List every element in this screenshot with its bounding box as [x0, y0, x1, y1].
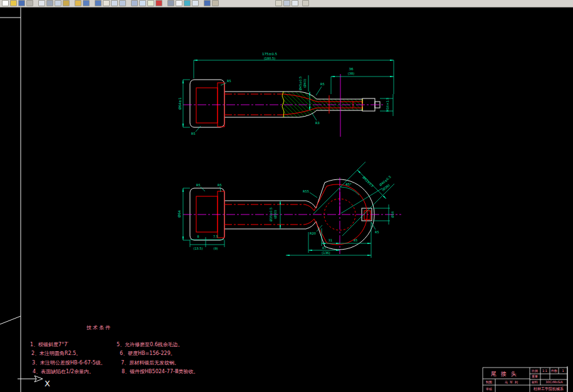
- copy-icon[interactable]: [55, 0, 61, 6]
- leader-r55: R55: [303, 189, 309, 193]
- dim-31: 31: [329, 238, 332, 242]
- redo-icon[interactable]: [95, 0, 102, 6]
- osnap-icon[interactable]: [275, 0, 282, 6]
- zoom-realtime-icon[interactable]: [111, 0, 118, 6]
- qty-label: 件数: [550, 369, 557, 373]
- dim-75: 7.5: [213, 235, 218, 238]
- dim-8-ref: (13.5): [193, 246, 202, 250]
- dim-47: 47: [322, 246, 326, 250]
- layers-icon[interactable]: [139, 0, 146, 6]
- note-7: 7、原材料锻后无发纹钢。: [121, 360, 179, 366]
- note-3: 3、未注明公差按HB-6-67-5级。: [32, 360, 106, 366]
- model-tab-icon[interactable]: [283, 0, 290, 6]
- dim-136: (136): [322, 251, 330, 255]
- color-control-icon[interactable]: [155, 0, 162, 6]
- zoom-previous-icon[interactable]: [131, 0, 138, 6]
- layer-properties-icon[interactable]: [147, 0, 154, 6]
- drawn-by: 马军利: [505, 380, 520, 384]
- table-icon[interactable]: [192, 0, 199, 6]
- cad-application-window: 175±0.5 (180.5) 36 (38) Ø64±1 Ø45±0.5 (Ø…: [0, 0, 573, 392]
- properties-icon[interactable]: [204, 0, 211, 6]
- ucs-icon: X: [18, 376, 50, 388]
- pan-icon[interactable]: [103, 0, 110, 6]
- dim-8: 8: [197, 235, 199, 238]
- ucs-x-axis-label: X: [45, 379, 50, 388]
- zoom-window-icon[interactable]: [119, 0, 126, 6]
- dim-angle-45: 45°: [345, 183, 352, 186]
- dim-36-ref: (38): [348, 72, 354, 75]
- help-icon[interactable]: [302, 0, 309, 6]
- leader-r3-neck: R3: [315, 121, 320, 125]
- note-2: 2、未注明圆角R2.5。: [31, 351, 81, 356]
- part-name: 尾接头: [491, 371, 521, 377]
- note-5: 5、允许修磨至0.6残余毛边。: [117, 342, 183, 347]
- drawn-label: 制图: [486, 380, 492, 384]
- bottom-view-centerlines: [183, 177, 401, 254]
- layout-icon[interactable]: [292, 0, 298, 6]
- print-icon[interactable]: [26, 0, 33, 6]
- top-view: 175±0.5 (180.5) 36 (38) Ø64±1 Ø45±0.5 (Ø…: [178, 52, 394, 137]
- cut-icon[interactable]: [46, 0, 53, 6]
- dim-75-ref: (9): [213, 246, 218, 250]
- dim-dia16: Ø16: [391, 211, 394, 218]
- text-style-icon[interactable]: [176, 0, 182, 6]
- notes-title: 技术条件: [86, 325, 112, 331]
- title-block: 尾接头 制图 马军利 审核 比例 1:1 件数 1 重量 材料 30CrMnSi…: [483, 368, 567, 392]
- open-icon[interactable]: [10, 0, 17, 6]
- qty-value: 1: [562, 369, 564, 373]
- paste-icon[interactable]: [63, 0, 70, 6]
- linetype-icon[interactable]: [167, 0, 174, 6]
- dim-overall-length-ref: (180.5): [264, 56, 275, 60]
- dim-overall-length: 175±0.5: [262, 52, 277, 56]
- dim-mid-diameter-ref: (Ø40): [303, 79, 307, 88]
- dim-style-icon[interactable]: [184, 0, 191, 6]
- organization: 桂林工学院机械系: [533, 386, 564, 391]
- bottom-view: Ø64 8 7.5 (13.5) (9) Ø35±0.5 (Ø30) 45°: [177, 162, 401, 258]
- leader-r5-neck: R5: [320, 82, 325, 86]
- leader-r5-head1: R5: [196, 183, 201, 187]
- note-8: 8、锻件按HB5024-77-Ⅲ类验收。: [122, 369, 198, 374]
- leader-r5-head-top: R5: [227, 79, 231, 83]
- sheet-frame: [0, 8, 567, 392]
- new-file-icon[interactable]: [2, 0, 9, 6]
- material-label: 材料: [531, 380, 538, 384]
- toolbar: [0, 0, 573, 8]
- dim-dia35: Ø35±0.5: [269, 208, 273, 221]
- leader-r20: R20: [310, 231, 316, 235]
- dim-dia35-ref: (Ø30): [273, 210, 277, 219]
- checked-label: 审核: [486, 387, 492, 391]
- dim-head-width: Ø64: [177, 210, 181, 218]
- cad-canvas[interactable]: 175±0.5 (180.5) 36 (38) Ø64±1 Ø45±0.5 (Ø…: [0, 8, 573, 392]
- scale-label: 比例: [532, 369, 538, 373]
- dim-diagonal: Ø62±0.5: [362, 175, 374, 188]
- toolbox-icon[interactable]: [212, 0, 219, 6]
- technical-notes: 技术条件 1、模锻斜度7°7′ 2、未注明圆角R2.5。 3、未注明公差按HB-…: [30, 325, 198, 374]
- note-6: 6、硬度HB=156-229。: [120, 351, 176, 356]
- note-4: 4、表面缺陷在1/2余量内。: [33, 369, 94, 374]
- dim-mid-diameter: Ø45±0.5: [298, 77, 302, 90]
- dim-45: 45: [354, 238, 357, 242]
- leader-r5-stub: R5: [375, 230, 379, 234]
- dim-36: 36: [349, 67, 354, 71]
- weight-label: 重量: [532, 374, 538, 378]
- drawing-area: 175±0.5 (180.5) 36 (38) Ø64±1 Ø45±0.5 (Ø…: [0, 8, 573, 392]
- leader-r5-head2: R5: [218, 183, 222, 187]
- dim-thread: M16×1.5: [386, 98, 389, 112]
- material-value: 30CrMnSiA: [545, 380, 563, 384]
- preview-icon[interactable]: [38, 0, 45, 6]
- dim-head-diameter: Ø64±1: [178, 97, 182, 109]
- match-props-icon[interactable]: [75, 0, 81, 6]
- scale-value: 1:1: [542, 369, 547, 373]
- note-1: 1、模锻斜度7°7′: [30, 342, 68, 347]
- undo-icon[interactable]: [83, 0, 90, 6]
- save-icon[interactable]: [18, 0, 25, 6]
- leader-r5-head-bottom: R5: [191, 132, 196, 135]
